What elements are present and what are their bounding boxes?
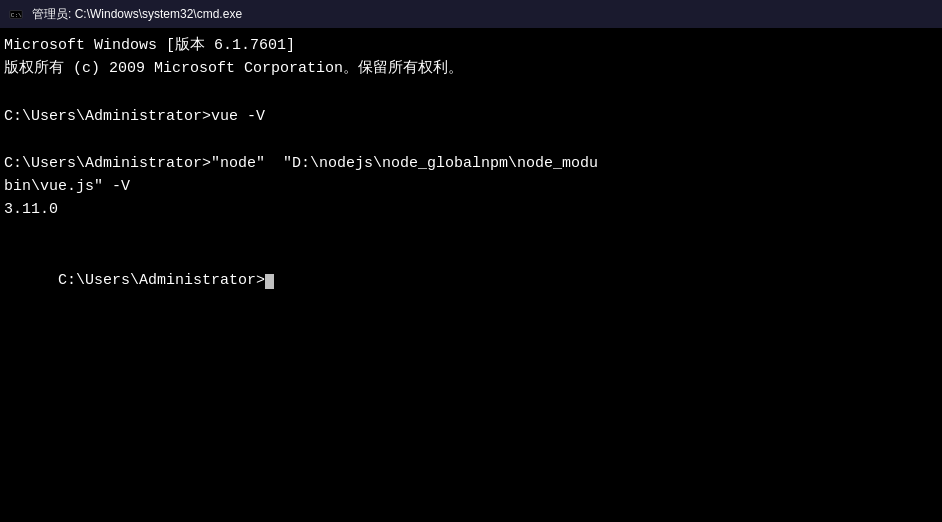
terminal-line-9: C:\Users\Administrator> [4,246,938,316]
cmd-icon: C:\ [8,6,24,22]
terminal-line-2: 版权所有 (c) 2009 Microsoft Corporation。保留所有… [4,57,938,80]
title-bar: C:\ 管理员: C:\Windows\system32\cmd.exe [0,0,942,28]
terminal-line-6b: bin\vue.js" -V [4,175,938,198]
terminal-line-6a: C:\Users\Administrator>"node" "D:\nodejs… [4,152,938,175]
cursor [265,274,274,289]
svg-text:C:\: C:\ [11,12,22,19]
terminal-empty-3 [4,222,938,246]
terminal-line-1: Microsoft Windows [版本 6.1.7601] [4,34,938,57]
terminal-body[interactable]: Microsoft Windows [版本 6.1.7601] 版权所有 (c)… [0,28,942,522]
terminal-empty-2 [4,128,938,152]
terminal-line-7: 3.11.0 [4,198,938,221]
terminal-line-4: C:\Users\Administrator>vue -V [4,105,938,128]
cmd-window: C:\ 管理员: C:\Windows\system32\cmd.exe Mic… [0,0,942,522]
title-bar-text: 管理员: C:\Windows\system32\cmd.exe [32,6,934,23]
terminal-empty-1 [4,81,938,105]
